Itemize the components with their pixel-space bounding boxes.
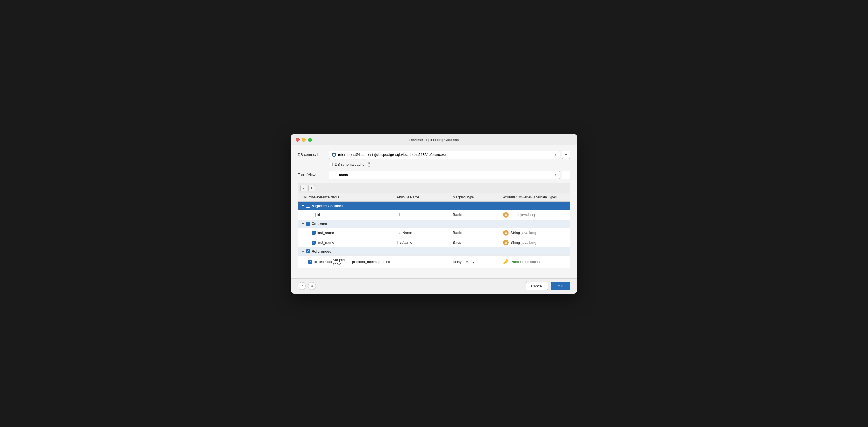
lastname-type-badge: a xyxy=(503,230,509,236)
migrated-checkmark: ✓ xyxy=(307,204,309,207)
firstname-attribute-value: firstName xyxy=(397,240,412,244)
id-checkbox[interactable]: ✓ xyxy=(312,213,316,217)
postgres-icon xyxy=(332,153,336,157)
table-body: ▼ ✓ Migrated Columns ✓ id xyxy=(298,202,570,268)
profiles-ref-checkbox[interactable]: ✓ xyxy=(308,260,312,264)
settings-icon: ⚙ xyxy=(311,284,314,288)
columns-group-row[interactable]: ▼ ✓ Columns xyxy=(298,220,570,228)
id-type-cell: a Long java.lang xyxy=(500,210,570,220)
profiles-ref-via: via join table xyxy=(334,258,350,266)
profiles-ref-profiles2: profiles xyxy=(378,260,390,264)
schema-cache-checkbox[interactable] xyxy=(329,163,333,166)
help-icon: ? xyxy=(301,284,303,288)
profiles-ref-type-emoji: 🔑 xyxy=(503,259,509,264)
maximize-button[interactable] xyxy=(308,138,312,141)
firstname-checkmark: ✓ xyxy=(312,241,315,244)
id-attribute-cell: id xyxy=(394,211,450,219)
profiles-ref-table-bold: profiles_users xyxy=(352,260,377,264)
footer-right-actions: Cancel OK xyxy=(526,282,570,290)
lastname-checkmark: ✓ xyxy=(312,231,315,234)
db-connection-value-inner: references@localhost (jdbc:postgresql://… xyxy=(332,153,446,157)
migrated-columns-group-cell: ▼ ✓ Migrated Columns xyxy=(298,202,570,210)
table-view-value-inner: users xyxy=(332,173,348,177)
profiles-ref-profiles-bold: profiles xyxy=(319,260,332,264)
db-connection-label: DB connection: xyxy=(298,153,329,157)
migrated-columns-checkbox[interactable]: ✓ xyxy=(306,204,310,208)
columns-checkmark: ✓ xyxy=(307,222,309,225)
references-checkmark: ✓ xyxy=(307,250,309,253)
profiles-ref-mapping-value: ManyToMany xyxy=(453,260,474,264)
table-chevron-down-icon: ▼ xyxy=(554,173,557,176)
cancel-button[interactable]: Cancel xyxy=(526,282,548,290)
lastname-attribute-cell: lastName xyxy=(394,229,450,237)
profiles-ref-type-cell: 🔑 Profile references xyxy=(500,257,570,266)
db-connection-field-group: references@localhost (jdbc:postgresql://… xyxy=(329,151,570,159)
move-down-button[interactable]: ▼ xyxy=(308,185,315,191)
migrated-chevron-icon: ▼ xyxy=(302,204,304,207)
firstname-type-lang: java.lang xyxy=(522,240,536,244)
columns-table: Column/Reference Name Attribute Name Map… xyxy=(298,193,570,268)
ok-button[interactable]: OK xyxy=(551,282,570,290)
db-connection-select[interactable]: references@localhost (jdbc:postgresql://… xyxy=(329,151,560,159)
arrow-toolbar: ▲ ▼ xyxy=(298,183,570,193)
lastname-checkbox[interactable]: ✓ xyxy=(312,231,316,235)
references-checkbox[interactable]: ✓ xyxy=(306,249,310,253)
th-mapping-type: Mapping Type xyxy=(450,193,500,201)
firstname-attribute-cell: firstName xyxy=(394,238,450,247)
id-type-badge: a xyxy=(503,212,509,218)
table-row: ✓ first_name firstName Basic a St xyxy=(298,237,570,248)
table-view-value: users xyxy=(339,173,348,177)
firstname-mapping-cell: Basic xyxy=(450,238,500,247)
traffic-lights xyxy=(296,138,312,141)
lastname-type-name: String xyxy=(510,231,520,235)
close-button[interactable] xyxy=(296,138,300,141)
minimize-button[interactable] xyxy=(302,138,306,141)
add-connection-button[interactable]: + xyxy=(562,151,570,159)
profiles-ref-checkmark: ✓ xyxy=(309,261,311,263)
th-column-reference-name: Column/Reference Name xyxy=(298,193,394,201)
lastname-type-lang: java.lang xyxy=(522,231,536,235)
table-view-label: Table/View: xyxy=(298,173,329,177)
table-view-row: Table/View: users ▼ ··· xyxy=(298,171,570,179)
columns-chevron-icon: ▼ xyxy=(302,222,304,225)
table-row: ✓ to profiles via join table profiles_us… xyxy=(298,256,570,268)
id-type-badge-letter: a xyxy=(505,213,507,217)
table-view-select[interactable]: users ▼ xyxy=(329,171,560,179)
id-column-name: id xyxy=(317,213,320,217)
profiles-ref-mapping-cell: ManyToMany xyxy=(450,258,500,266)
lastname-attribute-value: lastName xyxy=(397,231,412,235)
help-button[interactable]: ? xyxy=(298,282,306,290)
id-type-name: Long xyxy=(510,213,519,217)
table-view-field-group: users ▼ ··· xyxy=(329,171,570,179)
id-column-cell: ✓ id xyxy=(298,211,394,219)
schema-cache-label: DB schema cache xyxy=(335,162,365,166)
lastname-column-name: last_name xyxy=(317,231,334,235)
id-type-lang: java.lang xyxy=(520,213,535,217)
table-more-button[interactable]: ··· xyxy=(562,171,570,179)
move-up-button[interactable]: ▲ xyxy=(301,185,307,191)
profiles-ref-to: to xyxy=(314,260,317,264)
id-mapping-cell: Basic xyxy=(450,211,500,219)
schema-cache-help-icon[interactable]: ? xyxy=(367,162,371,167)
firstname-type-cell: a String java.lang xyxy=(500,238,570,248)
svg-rect-0 xyxy=(332,173,336,177)
settings-button[interactable]: ⚙ xyxy=(308,282,316,290)
columns-checkbox[interactable]: ✓ xyxy=(306,222,310,226)
references-group-row[interactable]: ▼ ✓ References xyxy=(298,248,570,256)
firstname-mapping-value: Basic xyxy=(453,240,462,244)
references-group-cell: ▼ ✓ References xyxy=(298,248,570,256)
window-title: Reverse Engineering Columns xyxy=(409,138,459,142)
table-row: ✓ id id Basic a Long xyxy=(298,210,570,220)
id-checkmark: ✓ xyxy=(312,214,315,216)
lastname-mapping-cell: Basic xyxy=(450,229,500,237)
firstname-checkbox[interactable]: ✓ xyxy=(312,241,316,244)
lastname-type-badge-letter: a xyxy=(505,231,507,234)
firstname-type-badge-letter: a xyxy=(505,241,507,244)
th-attribute-name: Attribute Name xyxy=(394,193,450,201)
db-connection-row: DB connection: references@localhost (jdb… xyxy=(298,151,570,159)
footer-left-actions: ? ⚙ xyxy=(298,282,316,290)
table-row: ✓ last_name lastName Basic a Stri xyxy=(298,228,570,237)
table-header: Column/Reference Name Attribute Name Map… xyxy=(298,193,570,202)
migrated-columns-group-row[interactable]: ▼ ✓ Migrated Columns xyxy=(298,202,570,210)
lastname-column-cell: ✓ last_name xyxy=(298,229,394,237)
